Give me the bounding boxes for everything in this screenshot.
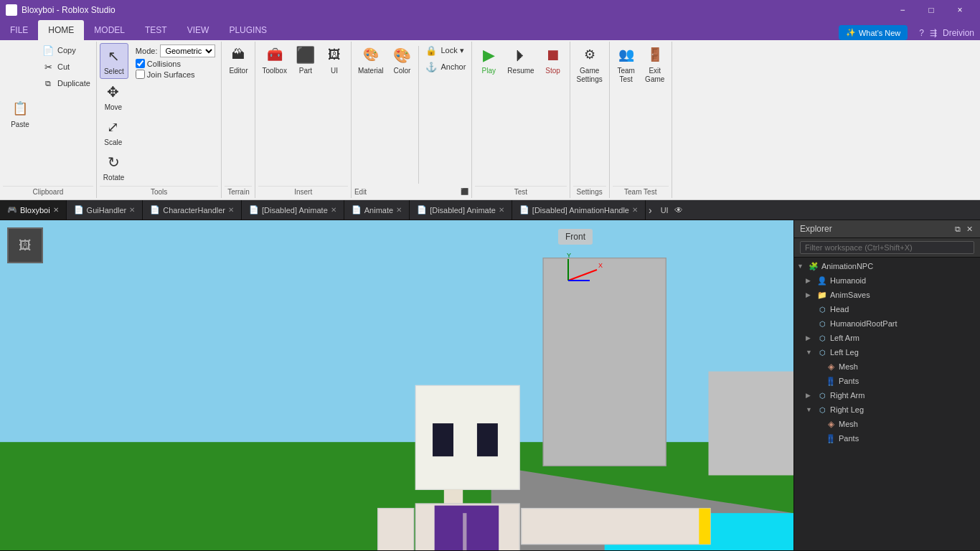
tab-disabled-animationhandle-label: [Disabled] AnimationHandle (532, 206, 629, 215)
tab-disabled-animate-2[interactable]: 📄 [Disabled] Animate ✕ (410, 200, 512, 220)
tree-item-mesh-rightleg[interactable]: ◈ Mesh (794, 417, 980, 431)
tab-characterhandler[interactable]: 📄 CharacterHandler ✕ (143, 200, 242, 220)
svg-text:Y: Y (567, 252, 571, 259)
tree-item-humanoidrootpart[interactable]: ⬡ HumanoidRootPart (794, 316, 980, 331)
ui-button[interactable]: 🖼 UI (321, 43, 348, 77)
tab-bloxyboi[interactable]: 🎮 Bloxyboi ✕ (0, 200, 67, 220)
tab-test[interactable]: TEST (135, 20, 177, 40)
explorer-detach[interactable]: ✕ (965, 225, 974, 234)
duplicate-button[interactable]: ⧉ Duplicate (39, 76, 93, 92)
tab-disabled-animate-1[interactable]: 📄 [Disabled] Animate ✕ (242, 200, 344, 220)
select-button[interactable]: ↖ Select (100, 43, 128, 79)
resume-button[interactable]: ⏵ Resume (504, 43, 537, 77)
color-button[interactable]: 🎨 Color (388, 43, 415, 77)
edit-expand-icon[interactable]: ⬛ (461, 188, 468, 195)
collisions-check[interactable]: Collisions (136, 59, 216, 68)
join-surfaces-check[interactable]: Join Surfaces (136, 70, 216, 79)
tab-animate[interactable]: 📄 Animate ✕ (344, 200, 410, 220)
game-settings-button[interactable]: ⚙ GameSettings (573, 43, 606, 86)
right-panels: Explorer ⧉ ✕ ▼ 🧩 AnimationNPC ▶ (793, 220, 980, 550)
team-button[interactable]: 👥 TeamTest (613, 43, 640, 86)
tab-home[interactable]: HOME (38, 20, 84, 40)
tab-characterhandler-label: CharacterHandler (163, 206, 225, 215)
viewport[interactable]: 🖼 Front X Y (0, 220, 793, 550)
tab-characterhandler-close[interactable]: ✕ (228, 206, 234, 214)
tab-disabled-animate-2-close[interactable]: ✕ (499, 206, 504, 214)
tree-item-leftarm[interactable]: ▶ ⬡ Left Arm (794, 331, 980, 345)
exit-game-button[interactable]: 🚪 ExitGame (641, 43, 669, 86)
move-button[interactable]: ✥ Move (100, 80, 127, 114)
window-title: Bloxyboi - Roblox Studio (22, 5, 888, 15)
game-settings-icon: ⚙ (580, 45, 600, 65)
icon-rightleg: ⬡ (816, 404, 828, 415)
tab-model[interactable]: MODEL (84, 20, 135, 40)
label-head: Head (830, 305, 977, 314)
tab-arrows: › (646, 204, 655, 216)
material-button[interactable]: 🎨 Material (354, 43, 387, 77)
tab-scroll-right[interactable]: › (646, 204, 655, 216)
tab-file[interactable]: FILE (0, 20, 38, 40)
part-button[interactable]: ⬛ Part (292, 43, 319, 77)
app-icon (6, 4, 17, 16)
resume-icon: ⏵ (511, 45, 531, 65)
toolbox-button[interactable]: 🧰 Toolbox (258, 43, 290, 77)
mode-dropdown[interactable]: Geometric Local World (160, 44, 215, 57)
tree-item-animationnpc[interactable]: ▼ 🧩 AnimationNPC (794, 259, 980, 273)
user-name: Dreivion (943, 28, 974, 38)
tree-item-animsaves[interactable]: ▶ 📁 AnimSaves (794, 288, 980, 302)
arrow-animationnpc: ▼ (797, 263, 806, 270)
ui-toggle[interactable]: UI (658, 206, 672, 215)
tab-disabled-animate-1-close[interactable]: ✕ (331, 206, 336, 214)
anchor-button[interactable]: ⚓ Anchor (422, 60, 468, 75)
maximize-button[interactable]: □ (917, 0, 946, 20)
tab-guihandler-close[interactable]: ✕ (129, 206, 135, 214)
tab-animate-close[interactable]: ✕ (396, 206, 402, 214)
play-button[interactable]: ▶ Play (475, 43, 502, 77)
tab-guihandler[interactable]: 📄 GuiHandler ✕ (67, 200, 143, 220)
share-icon[interactable]: ⇶ (930, 28, 937, 38)
tree-item-mesh-leftleg[interactable]: ◈ Mesh (794, 359, 980, 374)
tabs-bar: 🎮 Bloxyboi ✕ 📄 GuiHandler ✕ 📄 CharacterH… (0, 200, 980, 220)
rotate-button[interactable]: ↻ Rotate (100, 150, 128, 184)
tab-plugins[interactable]: PLUGINS (219, 20, 277, 40)
tab-disabled-animationhandle[interactable]: 📄 [Disabled] AnimationHandle ✕ (512, 200, 646, 220)
explorer-expand[interactable]: ⧉ (953, 225, 962, 234)
help-icon[interactable]: ? (919, 28, 924, 38)
minimize-button[interactable]: − (888, 0, 917, 20)
tree-item-pants-leftleg[interactable]: 👖 Pants (794, 374, 980, 388)
copy-button[interactable]: 📄 Copy (39, 43, 93, 59)
explorer-search-input[interactable] (800, 241, 974, 254)
cut-button[interactable]: ✂ Cut (39, 60, 93, 75)
tree-item-pants-rightleg[interactable]: 👖 Pants (794, 431, 980, 446)
terrain-label: Terrain (225, 186, 252, 197)
whats-new-label: What's New (859, 29, 900, 37)
label-pants-rightleg: Pants (839, 434, 977, 443)
tab-bloxyboi-icon: 🎮 (7, 205, 17, 215)
tree-item-humanoid[interactable]: ▶ 👤 Humanoid (794, 273, 980, 288)
tab-characterhandler-icon: 📄 (150, 205, 160, 215)
edit-group: 🎨 Material 🎨 Color 🔒 Lock ▾ ⚓ Anchor (352, 42, 472, 198)
lock-button[interactable]: 🔒 Lock ▾ (422, 43, 468, 59)
eye-icon[interactable]: 👁 (674, 205, 683, 215)
tree-item-head[interactable]: ⬡ Head (794, 302, 980, 316)
stop-button[interactable]: ⏹ Stop (540, 43, 567, 77)
scale-button[interactable]: ⤢ Scale (100, 115, 127, 149)
tab-disabled-animationhandle-close[interactable]: ✕ (632, 206, 638, 214)
thumbnail-icon: 🖼 (19, 238, 32, 253)
paste-button[interactable]: 📋 Paste (3, 43, 37, 184)
tree-item-rightleg[interactable]: ▼ ⬡ Right Leg (794, 402, 980, 417)
whats-new-button[interactable]: ✨ What's New (839, 25, 908, 40)
tab-bloxyboi-close[interactable]: ✕ (53, 206, 59, 214)
svg-rect-5 (709, 372, 794, 476)
tree-item-rightarm[interactable]: ▶ ⬡ Right Arm (794, 388, 980, 402)
close-button[interactable]: × (946, 0, 974, 20)
clipboard-items: 📋 Paste 📄 Copy ✂ Cut ⧉ Duplicate (3, 43, 93, 184)
window-controls: − □ × (888, 0, 974, 20)
tab-disabled-animate-1-icon: 📄 (249, 205, 259, 215)
tree-item-leftleg[interactable]: ▼ ⬡ Left Leg (794, 345, 980, 359)
tab-view[interactable]: VIEW (177, 20, 220, 40)
tab-bloxyboi-label: Bloxyboi (20, 206, 50, 215)
editor-button[interactable]: 🏔 Editor (225, 43, 252, 77)
xyz-arrows: X Y (561, 252, 604, 288)
icon-mesh-leftleg: ◈ (825, 361, 837, 372)
